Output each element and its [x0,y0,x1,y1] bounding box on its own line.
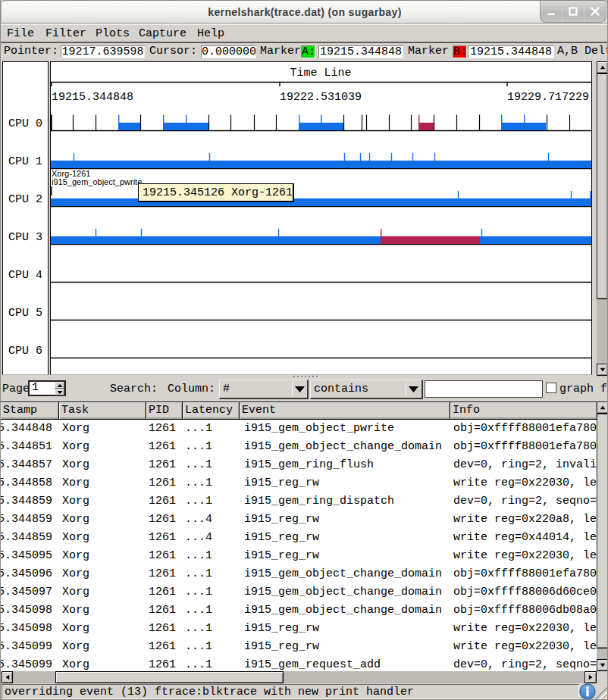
svg-text:19215.344848: 19215.344848 [52,91,133,104]
svg-text:19222.531039: 19222.531039 [280,91,362,104]
svg-text:19229.717229: 19229.717229 [507,91,589,104]
svg-text:Time Line: Time Line [290,67,351,80]
